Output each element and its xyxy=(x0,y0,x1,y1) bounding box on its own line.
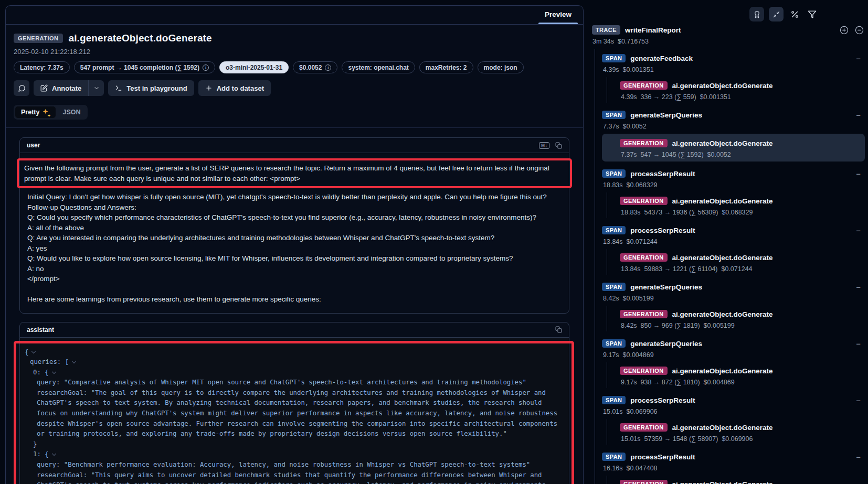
terminal-icon xyxy=(115,84,122,92)
collapse-node-icon[interactable]: − xyxy=(856,339,861,348)
filter-icon xyxy=(808,10,817,19)
trace-root-row[interactable]: TRACE writeFinalReport xyxy=(592,25,864,35)
collapse-node-icon[interactable]: − xyxy=(856,396,861,405)
token-usage-pill[interactable]: 547 prompt → 1045 completion (∑ 1592) i xyxy=(74,61,215,73)
collapse-node-icon[interactable]: − xyxy=(856,169,861,178)
span-badge: SPAN xyxy=(602,396,626,404)
tab-active-indicator xyxy=(538,23,578,24)
span-badge: SPAN xyxy=(602,226,626,234)
chevron-down-icon xyxy=(93,85,100,91)
generation-row[interactable]: GENERATION ai.generateObject.doGenerate … xyxy=(620,77,865,103)
scores-button[interactable] xyxy=(749,7,764,21)
test-in-playground-label: Test in playground xyxy=(126,84,187,92)
generation-meta: 4.39s 336 → 223 (∑ 559) $0.001351 xyxy=(621,93,865,101)
collapse-node-icon[interactable]: − xyxy=(856,226,861,235)
chevron-down-icon[interactable] xyxy=(51,451,56,456)
trace-meta: 3m 34s $0.716753 xyxy=(592,38,649,45)
span-badge: SPAN xyxy=(602,453,626,461)
json-output-viewer[interactable]: { queries: [ 0: { query: "Comparative an… xyxy=(25,347,564,484)
span-row[interactable]: SPAN generateFeedback − xyxy=(602,51,865,65)
chevron-down-icon[interactable] xyxy=(31,349,36,353)
collapse-view-button[interactable] xyxy=(769,7,784,21)
span-row[interactable]: SPAN generateSerpQueries − xyxy=(602,280,865,294)
generation-row[interactable]: GENERATION ai.generateObject.doGenerate xyxy=(620,476,865,484)
messages-section: user M↓ Given the following prompt from … xyxy=(6,128,583,484)
toggle-pretty[interactable]: Pretty ✦✦ xyxy=(15,106,56,118)
user-prompt-intro: Given the following prompt from the user… xyxy=(24,164,549,182)
copy-icon[interactable] xyxy=(555,142,562,149)
chevron-down-icon[interactable] xyxy=(72,359,76,363)
span-badge: SPAN xyxy=(602,54,626,62)
tab-preview[interactable]: Preview xyxy=(533,6,583,24)
span-meta: 7.37s $0.0052 xyxy=(603,123,865,130)
filter-button[interactable] xyxy=(806,8,818,20)
collapse-node-icon[interactable]: − xyxy=(856,54,861,63)
span-badge: SPAN xyxy=(602,283,626,291)
annotate-dropdown-button[interactable] xyxy=(88,80,104,96)
pretty-json-toggle: Pretty ✦✦ JSON xyxy=(14,105,88,120)
expand-all-icon[interactable] xyxy=(840,26,849,35)
collapse-node-icon[interactable]: − xyxy=(856,283,861,292)
sparkles-icon: ✦✦ xyxy=(43,109,50,116)
generation-meta: 8.42s 850 → 969 (∑ 1819) $0.005199 xyxy=(621,322,865,329)
user-role-label: user xyxy=(27,142,40,149)
span-row[interactable]: SPAN processSerpResult − xyxy=(602,223,865,237)
generation-badge: GENERATION xyxy=(620,253,668,262)
award-icon xyxy=(753,10,761,18)
generation-row[interactable]: GENERATION ai.generateObject.doGenerate … xyxy=(620,192,865,218)
assistant-role-label: assistant xyxy=(27,326,54,334)
json-label: JSON xyxy=(62,109,80,116)
span-row[interactable]: SPAN processSerpResult − xyxy=(602,393,865,407)
user-message-card: user M↓ Given the following prompt from … xyxy=(19,137,569,314)
user-message-body: Given the following prompt from the user… xyxy=(20,153,569,313)
copy-icon[interactable] xyxy=(555,326,562,333)
info-icon: i xyxy=(325,64,331,71)
cost-pill[interactable]: $0.0052 i xyxy=(293,61,337,73)
annotate-split-button: Annotate xyxy=(34,80,104,96)
generation-meta: 7.37s 547 → 1045 (∑ 1592) $0.0052 xyxy=(621,151,861,158)
span-badge: SPAN xyxy=(602,111,626,119)
annotation-highlight-user: Given the following prompt from the user… xyxy=(17,158,572,188)
metrics-toggle-button[interactable] xyxy=(788,8,801,20)
tree-span-group: SPAN processSerpResult − 18.83s $0.06832… xyxy=(602,165,865,218)
span-meta: 13.84s $0.071244 xyxy=(603,238,865,245)
model-pill[interactable]: o3-mini-2025-01-31 xyxy=(219,61,289,73)
span-row[interactable]: SPAN generateSerpQueries − xyxy=(602,337,865,350)
span-row[interactable]: SPAN processSerpResult − xyxy=(602,450,865,464)
chevron-down-icon[interactable] xyxy=(51,369,56,373)
generation-row[interactable]: GENERATION ai.generateObject.doGenerate … xyxy=(620,362,865,388)
generation-badge: GENERATION xyxy=(620,310,668,318)
markdown-icon[interactable]: M↓ xyxy=(539,142,549,149)
generation-row[interactable]: GENERATION ai.generateObject.doGenerate … xyxy=(620,249,865,275)
comments-button[interactable] xyxy=(14,80,29,96)
tree-span-group: SPAN processSerpResult − 15.01s $0.06990… xyxy=(602,391,865,445)
test-in-playground-button[interactable]: Test in playground xyxy=(108,80,194,96)
latency-pill: Latency: 7.37s xyxy=(14,61,70,73)
sidebar-toolbar xyxy=(749,7,818,21)
tree-span-group: SPAN generateSerpQueries − 8.42s $0.0051… xyxy=(602,278,865,331)
generation-row[interactable]: GENERATION ai.generateObject.doGenerate … xyxy=(620,306,865,331)
add-to-dataset-label: Add to dataset xyxy=(217,84,264,92)
tab-preview-label: Preview xyxy=(545,10,571,18)
add-to-dataset-button[interactable]: Add to dataset xyxy=(198,80,271,96)
generation-badge: GENERATION xyxy=(620,423,668,432)
collapse-node-icon[interactable]: − xyxy=(856,111,861,120)
collapse-node-icon[interactable]: − xyxy=(856,453,861,461)
info-icon: i xyxy=(203,64,209,71)
tree-span-group: SPAN processSerpResult − 16.16s $0.04740… xyxy=(602,448,865,484)
generation-row[interactable]: GENERATION ai.generateObject.doGenerate … xyxy=(620,419,865,445)
trace-type-badge: TRACE xyxy=(592,25,620,35)
span-row[interactable]: SPAN generateSerpQueries − xyxy=(602,108,865,122)
annotate-button[interactable]: Annotate xyxy=(34,80,88,96)
span-meta: 4.39s $0.001351 xyxy=(603,66,865,73)
span-row[interactable]: SPAN processSerpResult − xyxy=(602,167,865,180)
toggle-json[interactable]: JSON xyxy=(57,106,86,118)
generation-badge: GENERATION xyxy=(620,480,668,484)
metadata-pills: Latency: 7.37s 547 prompt → 1045 complet… xyxy=(14,61,575,73)
generation-row-selected[interactable]: GENERATION ai.generateObject.doGenerate … xyxy=(602,134,865,162)
collapse-all-icon[interactable] xyxy=(855,26,864,35)
tree-span-group: SPAN processSerpResult − 13.84s $0.07124… xyxy=(602,221,865,275)
user-prompt-body: Initial Query: I don't get how whisper i… xyxy=(27,192,562,305)
page-title: ai.generateObject.doGenerate xyxy=(69,33,212,44)
shrink-icon xyxy=(772,10,780,18)
